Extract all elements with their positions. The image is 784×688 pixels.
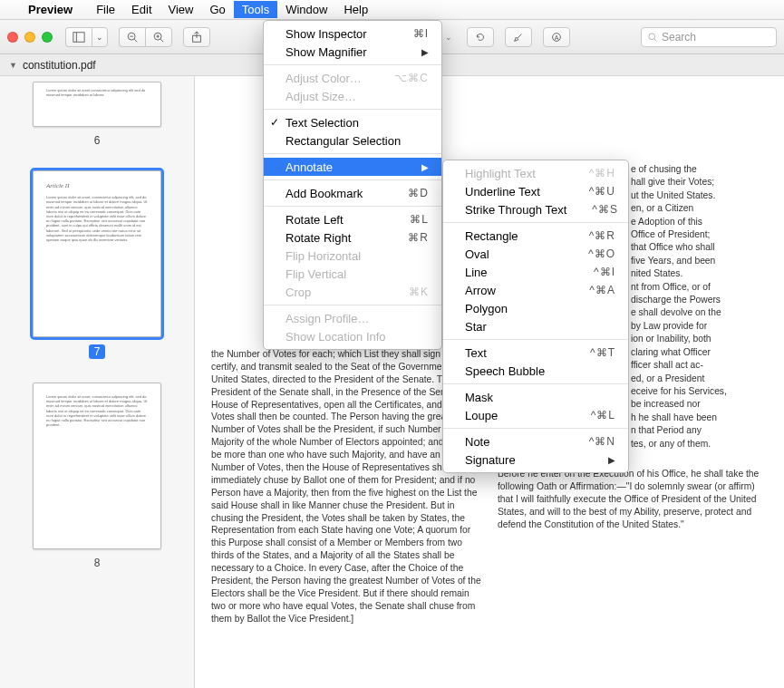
menu-item[interactable]: Show Inspector⌘I bbox=[264, 24, 441, 43]
svg-text:A: A bbox=[554, 34, 558, 40]
zoom-out-button[interactable] bbox=[119, 27, 145, 47]
menu-item[interactable]: Loupe^⌘L bbox=[443, 406, 628, 424]
menu-item: Adjust Size… bbox=[264, 87, 441, 105]
page-indicator-dropdown-icon[interactable]: ⌄ bbox=[445, 33, 452, 42]
svg-line-11 bbox=[518, 34, 521, 37]
menu-help[interactable]: Help bbox=[335, 1, 376, 18]
menu-item[interactable]: Note^⌘N bbox=[443, 432, 628, 451]
menu-item[interactable]: Arrow^⌘A bbox=[443, 281, 628, 299]
menu-item: Highlight Text^⌘H bbox=[443, 164, 628, 182]
menu-item[interactable]: Text Selection bbox=[264, 113, 441, 131]
window-controls bbox=[7, 32, 53, 43]
zoom-window-button[interactable] bbox=[42, 32, 53, 43]
menu-item[interactable]: Annotate▶ bbox=[264, 158, 441, 176]
rotate-button[interactable] bbox=[467, 27, 494, 47]
menu-item: Flip Vertical bbox=[264, 265, 441, 283]
page-text-left-column: the Number of Votes for each; which List… bbox=[211, 348, 481, 627]
thumbnail-6-label: 6 bbox=[94, 134, 101, 147]
menu-item[interactable]: Underline Text^⌘U bbox=[443, 182, 628, 200]
sidebar-view-button[interactable] bbox=[65, 27, 92, 47]
menu-item[interactable]: Text^⌘T bbox=[443, 344, 628, 362]
menu-item: Flip Horizontal bbox=[264, 247, 441, 265]
menu-item[interactable]: Rotate Right⌘R bbox=[264, 228, 441, 247]
thumbnails-sidebar[interactable]: Lorem ipsum dolor sit amet consectetur a… bbox=[0, 76, 195, 688]
menu-item[interactable]: Speech Bubble bbox=[443, 362, 628, 380]
menu-edit[interactable]: Edit bbox=[123, 1, 160, 18]
menu-item: Adjust Color…⌥⌘C bbox=[264, 69, 441, 87]
thumbnail-8[interactable]: Lorem ipsum dolor sit amet, consectetur … bbox=[0, 383, 194, 569]
markup-button[interactable] bbox=[505, 27, 532, 47]
tools-dropdown-menu: Show Inspector⌘IShow Magnifier▶Adjust Co… bbox=[263, 20, 442, 350]
sidebar-view-dropdown[interactable]: ⌄ bbox=[92, 27, 108, 47]
menu-item[interactable]: Signature▶ bbox=[443, 451, 628, 469]
thumbnail-7-label: 7 bbox=[89, 344, 106, 359]
svg-line-3 bbox=[134, 39, 137, 42]
share-button[interactable] bbox=[183, 27, 210, 47]
search-icon bbox=[647, 32, 658, 43]
svg-point-14 bbox=[649, 33, 655, 39]
zoom-in-button[interactable] bbox=[145, 27, 172, 47]
thumbnail-7[interactable]: Article IILorem ipsum dolor sit amet, co… bbox=[0, 170, 194, 359]
close-window-button[interactable] bbox=[7, 32, 18, 43]
search-field[interactable]: Search bbox=[641, 27, 777, 47]
app-menu[interactable]: Preview bbox=[20, 1, 81, 18]
menu-tools[interactable]: Tools bbox=[234, 1, 277, 18]
menu-item: Show Location Info bbox=[264, 327, 441, 345]
annotate-submenu: Highlight Text^⌘HUnderline Text^⌘UStrike… bbox=[442, 160, 629, 473]
svg-line-6 bbox=[160, 39, 163, 42]
system-menubar: Preview File Edit View Go Tools Window H… bbox=[0, 0, 784, 20]
menu-item[interactable]: Rectangular Selection bbox=[264, 131, 441, 150]
menu-item[interactable]: Star bbox=[443, 317, 628, 335]
menu-item[interactable]: Show Magnifier▶ bbox=[264, 43, 441, 61]
menu-file[interactable]: File bbox=[88, 1, 123, 18]
menu-item[interactable]: Mask bbox=[443, 388, 628, 406]
menu-window[interactable]: Window bbox=[277, 1, 335, 18]
menu-item[interactable]: Oval^⌘O bbox=[443, 245, 628, 263]
svg-line-15 bbox=[654, 38, 657, 41]
disclosure-icon[interactable]: ▼ bbox=[9, 61, 17, 70]
svg-rect-0 bbox=[73, 32, 84, 42]
page-text-right-overflow: e of chusing thehall give their Votes;ut… bbox=[631, 163, 767, 451]
menu-item[interactable]: Polygon bbox=[443, 299, 628, 317]
menu-item[interactable]: Add Bookmark⌘D bbox=[264, 184, 441, 202]
search-placeholder: Search bbox=[662, 31, 696, 44]
menu-item[interactable]: Strike Through Text^⌘S bbox=[443, 200, 628, 218]
minimize-window-button[interactable] bbox=[24, 32, 35, 43]
thumbnail-8-label: 8 bbox=[94, 557, 101, 569]
thumbnail-6[interactable]: Lorem ipsum dolor sit amet consectetur a… bbox=[0, 82, 194, 147]
menu-item[interactable]: Rectangle^⌘R bbox=[443, 227, 628, 245]
menu-go[interactable]: Go bbox=[201, 1, 233, 18]
document-filename: constitution.pdf bbox=[23, 59, 96, 72]
menu-item[interactable]: Rotate Left⌘L bbox=[264, 210, 441, 228]
menu-view[interactable]: View bbox=[160, 1, 202, 18]
menu-item[interactable]: Line^⌘I bbox=[443, 263, 628, 281]
menu-item: Assign Profile… bbox=[264, 309, 441, 327]
markup-toolbar-button[interactable]: A bbox=[543, 27, 570, 47]
menu-item: Crop⌘K bbox=[264, 283, 441, 301]
